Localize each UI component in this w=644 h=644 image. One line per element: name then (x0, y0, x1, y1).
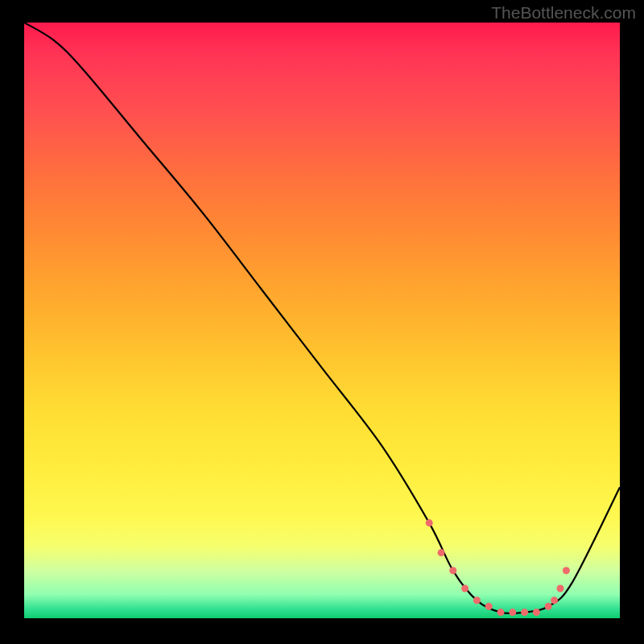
highlight-point (461, 585, 469, 592)
highlight-point (485, 603, 493, 610)
highlight-point (473, 597, 481, 604)
chart-container: TheBottleneck.com (0, 0, 644, 644)
highlight-point (521, 609, 528, 616)
bottleneck-curve-line (24, 23, 620, 613)
highlight-point (509, 609, 516, 616)
highlight-point (438, 549, 445, 556)
highlight-point (551, 597, 558, 604)
highlight-point (533, 609, 540, 616)
highlight-point (449, 567, 456, 574)
plot-area (24, 23, 620, 618)
highlight-point (563, 567, 570, 574)
highlight-point (557, 585, 564, 592)
highlight-point (545, 603, 552, 610)
highlight-points (426, 519, 570, 616)
watermark-text: TheBottleneck.com (491, 3, 636, 23)
highlight-point (497, 609, 505, 616)
curve-svg (24, 23, 620, 618)
highlight-point (426, 519, 433, 526)
